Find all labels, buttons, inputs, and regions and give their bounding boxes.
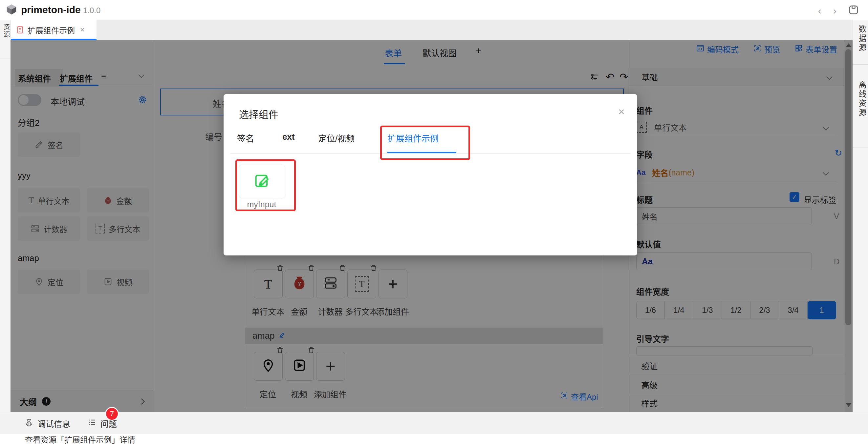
title-bar: primeton-ide 1.0.0 ‹ › (0, 0, 868, 20)
save-button[interactable] (848, 4, 860, 18)
datasource-strip-tab[interactable]: 数据源 (856, 25, 868, 53)
debug-info-button[interactable]: 调试信息 (24, 417, 70, 429)
app-window: primeton-ide 1.0.0 ‹ › 扩展组件示例 × 资源 数据源 离… (0, 0, 868, 444)
nav-forward-button[interactable]: › (833, 5, 836, 16)
app-version: 1.0.0 (83, 6, 100, 15)
annotation-box-myinput (236, 159, 296, 211)
document-tab[interactable]: 扩展组件示例 × (10, 20, 96, 40)
dialog-tab-location-video[interactable]: 定位/视频 (318, 132, 354, 144)
tab-close-icon[interactable]: × (80, 25, 85, 34)
issues-count-badge[interactable]: 7 (105, 407, 119, 421)
dialog-close-icon[interactable]: × (618, 105, 625, 118)
app-logo-icon (5, 4, 18, 18)
annotation-box-tab (380, 126, 470, 160)
app-title: primeton-ide (21, 4, 81, 15)
offline-resources-strip-tab[interactable]: 离线资源 (856, 81, 868, 117)
document-tab-label: 扩展组件示例 (28, 24, 75, 36)
document-icon (16, 26, 24, 34)
nav-back-button[interactable]: ‹ (818, 5, 822, 16)
debug-info-label: 调试信息 (37, 417, 70, 429)
bottom-toolbar: 调试信息 问题 (0, 412, 868, 434)
list-icon (87, 418, 96, 429)
dialog-title: 选择组件 (239, 107, 278, 121)
resources-strip-tab[interactable]: 资源 (2, 24, 10, 39)
document-tabstrip (10, 20, 852, 40)
dialog-tab-signature[interactable]: 签名 (237, 132, 254, 144)
status-text: 查看资源「扩展组件示例」详情 (25, 434, 135, 444)
left-activity-strip: 资源 (0, 20, 11, 412)
right-activity-strip: 数据源 离线资源 (852, 20, 868, 412)
dialog-tab-ext[interactable]: ext (282, 132, 295, 142)
bug-icon (24, 418, 33, 429)
status-bar: 查看资源「扩展组件示例」详情 (0, 434, 868, 444)
